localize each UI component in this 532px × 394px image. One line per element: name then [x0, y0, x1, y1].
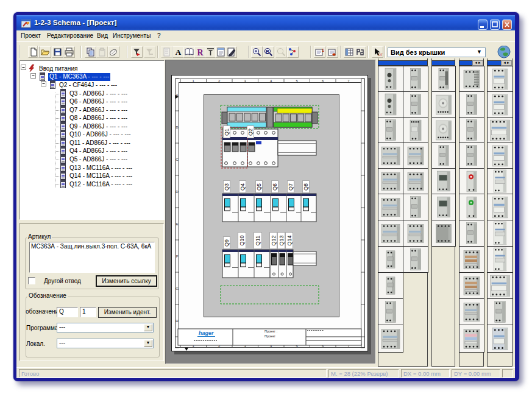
svg-text:A: A — [176, 47, 182, 57]
svg-text:1: 1 — [322, 48, 324, 52]
svg-text:Проект :: Проект : — [264, 329, 278, 333]
svg-text:B: B — [266, 49, 270, 55]
svg-text:Проект: Проект — [264, 334, 276, 338]
svg-text:hager: hager — [199, 330, 214, 336]
svg-text:R: R — [197, 48, 204, 57]
svg-text:RTT: RTT — [378, 53, 383, 57]
